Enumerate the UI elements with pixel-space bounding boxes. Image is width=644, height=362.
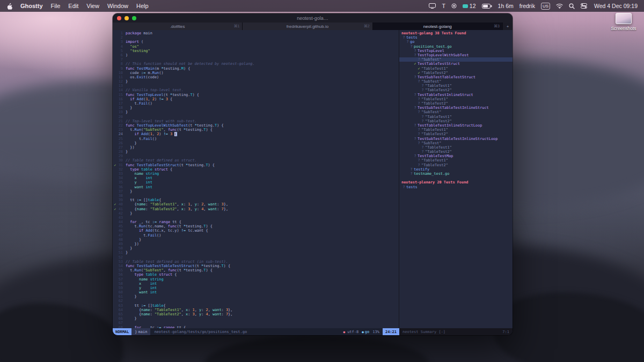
- summary-node-TableTest2[interactable]: ?"TableTest2": [399, 132, 513, 136]
- code-line[interactable]: 38: [113, 194, 399, 198]
- code-line[interactable]: 23 t.Run("SubTest", func(t *testing.T) {: [113, 128, 399, 132]
- code-line[interactable]: 8// This function should not be detected…: [113, 62, 399, 66]
- code-line[interactable]: 66 }: [113, 316, 399, 321]
- code-line[interactable]: 61 }: [113, 294, 399, 299]
- code-line[interactable]: ✓40 {name: "TableTest1", x: 1, y: 2, wan…: [113, 202, 399, 206]
- summary-node-TestTableTestInlineStructLoop[interactable]: ?TestTableTestInlineStructLoop: [399, 123, 513, 128]
- code-line[interactable]: 24 if Add(1, 2) != 3 {: [113, 132, 399, 136]
- code-line[interactable]: 12}: [113, 79, 399, 84]
- code-line[interactable]: 9func TestMain(m *testing.M) {: [113, 67, 399, 71]
- code-line[interactable]: 57 name string: [113, 277, 399, 282]
- summary-node-SubTest[interactable]: ?"SubTest": [399, 79, 513, 84]
- code-line[interactable]: 62: [113, 299, 399, 303]
- code-line[interactable]: 49 }): [113, 242, 399, 246]
- code-line[interactable]: 64 {name: "TableTest1", x: 1, y: 2, want…: [113, 308, 399, 312]
- summary-node-TestSubTestTableTestStruct[interactable]: ?TestSubTestTableTestStruct: [399, 75, 513, 79]
- wifi-icon[interactable]: [556, 3, 563, 9]
- neotest-summary-panel[interactable]: neotest-golang 38 Tests Found?tests?go?p…: [399, 30, 513, 328]
- code-line[interactable]: 17 t.Fail(): [113, 101, 399, 106]
- apple-menu[interactable]: [6, 3, 12, 10]
- keyboard-layout-indicator[interactable]: US: [541, 3, 550, 10]
- summary-node-tests[interactable]: ?tests: [399, 35, 513, 40]
- code-line[interactable]: 3import (: [113, 40, 399, 44]
- code-line[interactable]: 29: [113, 154, 399, 158]
- summary-node-TableTest1[interactable]: ?"TableTest1": [399, 115, 513, 119]
- control-center-icon[interactable]: [581, 3, 587, 9]
- code-line[interactable]: 45 t.Run(tc.name, func(t *testing.T) {: [113, 224, 399, 228]
- summary-node-TableTest1[interactable]: ?"TableTest1": [399, 128, 513, 132]
- summary-node-positions_test.go[interactable]: ?positions_test.go: [399, 45, 513, 49]
- code-line[interactable]: 1package main: [113, 31, 399, 35]
- code-line[interactable]: 16 if Add(1, 2) != 3 {: [113, 97, 399, 101]
- code-editor[interactable]: 1package main 2 3import ( 4 "os" 5 "test…: [113, 30, 399, 328]
- summary-node-TableTest2[interactable]: ?"TableTest2": [399, 88, 513, 92]
- code-line[interactable]: 27 }): [113, 145, 399, 150]
- summary-node-TestSubTestTableTestInlineStruct[interactable]: ?TestSubTestTableTestInlineStruct: [399, 106, 513, 110]
- code-line[interactable]: 43: [113, 216, 399, 220]
- code-line[interactable]: 42 }: [113, 211, 399, 216]
- code-line[interactable]: 18 }: [113, 106, 399, 110]
- battery-icon[interactable]: [482, 4, 492, 9]
- summary-node-TableTest1[interactable]: ?"TableTest1": [399, 97, 513, 101]
- code-line[interactable]: 44 for _, tc := range tt {: [113, 220, 399, 224]
- summary-node-TableTest1[interactable]: ✓"TableTest1": [399, 67, 513, 71]
- code-line[interactable]: 11 os.Exit(code): [113, 75, 399, 79]
- code-line[interactable]: 7: [113, 57, 399, 62]
- summary-node-SubTest[interactable]: ?"SubTest": [399, 57, 513, 62]
- code-line[interactable]: 48 }: [113, 238, 399, 242]
- code-line[interactable]: 51}: [113, 250, 399, 255]
- tab-fredrikaverpil.github.io[interactable]: fredrikaverpil.github.io⌘2: [243, 23, 372, 30]
- code-line[interactable]: 55 t.Run("SubTest", func(t *testing.T) {: [113, 268, 399, 272]
- code-line[interactable]: 56 type table struct {: [113, 272, 399, 277]
- battery-time-remaining[interactable]: 1h 6m: [498, 3, 514, 9]
- summary-node-TableTest1[interactable]: ?"TableTest1": [399, 158, 513, 162]
- summary-node-TestTableTestMap[interactable]: ?TestTableTestMap: [399, 154, 513, 158]
- summary-node-TableTest2[interactable]: ?"TableTest2": [399, 119, 513, 123]
- code-line[interactable]: 52: [113, 255, 399, 260]
- code-line[interactable]: 10 code := m.Run(): [113, 71, 399, 75]
- summary-node-go[interactable]: ?go: [399, 40, 513, 44]
- menu-item-file[interactable]: File: [51, 3, 61, 9]
- code-line[interactable]: ✓41 {name: "TableTest2", x: 3, y: 4, wan…: [113, 207, 399, 211]
- minimize-button[interactable]: [125, 16, 129, 20]
- screenshots-desktop-icon[interactable]: Screenshots: [610, 13, 638, 31]
- menu-item-help[interactable]: Help: [136, 3, 149, 9]
- summary-node-TableTest2[interactable]: ✓"TableTest2": [399, 71, 513, 75]
- code-line[interactable]: 47 t.Fail(): [113, 233, 399, 238]
- summary-node-TableTest2[interactable]: ?"TableTest2": [399, 101, 513, 106]
- summary-node-TableTest2[interactable]: ?"TableTest2": [399, 163, 513, 167]
- code-line[interactable]: 19}: [113, 110, 399, 114]
- code-line[interactable]: 37 }: [113, 189, 399, 194]
- new-tab-button[interactable]: +: [503, 23, 513, 30]
- code-line[interactable]: 5 "testing": [113, 49, 399, 53]
- menu-item-window[interactable]: Window: [107, 3, 128, 9]
- controller-battery-widget[interactable]: 12: [463, 3, 476, 9]
- code-line[interactable]: 33 name string: [113, 172, 399, 176]
- summary-node-tests[interactable]: ?tests: [399, 185, 513, 189]
- menu-item-edit[interactable]: Edit: [68, 3, 78, 9]
- fast-user-switch[interactable]: fredrik: [519, 3, 535, 9]
- code-line[interactable]: 46 if Add(tc.x, tc.y) != tc.want {: [113, 228, 399, 233]
- summary-node-TestSubTestTableTestInlineStructLoop[interactable]: ?TestSubTestTableTestInlineStructLoop: [399, 137, 513, 141]
- summary-node-SubTest[interactable]: ?"SubTest": [399, 110, 513, 114]
- summary-node-TestTableTestInlineStruct[interactable]: ?TestTableTestInlineStruct: [399, 93, 513, 97]
- record-icon[interactable]: [451, 3, 457, 9]
- code-line[interactable]: 28}: [113, 150, 399, 154]
- code-line[interactable]: 39 tt := []table{: [113, 198, 399, 202]
- menu-item-ghostty[interactable]: Ghostty: [20, 3, 43, 9]
- summary-node-TestTopLevelWithSubTest[interactable]: ?TestTopLevelWithSubTest: [399, 53, 513, 57]
- menubar-clock[interactable]: Wed 4 Dec 09:19: [594, 3, 638, 9]
- code-line[interactable]: ✓31func TestTableTestStruct(t *testing.T…: [113, 163, 399, 167]
- summary-node-TestTopLevel[interactable]: ?TestTopLevel: [399, 49, 513, 53]
- summary-node-TableTest1[interactable]: ?"TableTest1": [399, 84, 513, 88]
- tailscale-icon[interactable]: T: [442, 3, 445, 9]
- summary-node-TableTest1[interactable]: ?"TableTest1": [399, 145, 513, 150]
- code-line[interactable]: 67: [113, 321, 399, 325]
- summary-node-TestTableTestStruct[interactable]: ✓TestTableTestStruct: [399, 62, 513, 66]
- code-line[interactable]: 53// Table test defined as struct (in su…: [113, 260, 399, 264]
- code-line[interactable]: 32 type table struct {: [113, 167, 399, 172]
- window-titlebar[interactable]: neotest-gola…: [113, 13, 513, 23]
- tab-neotest-golang[interactable]: neotest-golang⌘3: [373, 23, 503, 30]
- code-line[interactable]: 21// Top-level test with sub-test.: [113, 119, 399, 123]
- code-line[interactable]: 65 {name: "TableTest2", x: 3, y: 4, want…: [113, 312, 399, 316]
